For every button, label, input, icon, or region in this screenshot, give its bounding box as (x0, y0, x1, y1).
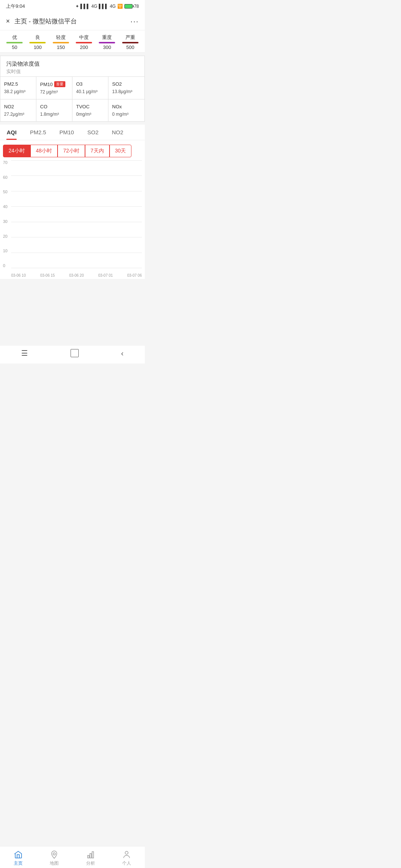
pollution-value: 38.2 μg/m³ (4, 89, 32, 94)
status-bar: 上午9:04 ✦ ▌▌▌ 4G ▌▌▌ 4G 🛜 78 (0, 0, 145, 13)
aqi-legend-bar (122, 42, 138, 43)
battery-percent: 78 (134, 4, 139, 9)
primary-badge: 首要 (54, 81, 65, 87)
page-title: 主页 - 微型站微信平台 (14, 17, 77, 26)
time-filter-btn[interactable]: 72小时 (58, 145, 85, 157)
chart-tab-aqi[interactable]: AQI (0, 125, 23, 140)
pollution-cell[interactable]: CO 1.8mg/m³ (36, 99, 72, 121)
aqi-legend-value: 50 (12, 45, 17, 50)
chart-y-label: 60 (3, 175, 11, 180)
wifi-icon: 🛜 (117, 4, 123, 9)
chart-x-label: 03-07 06 (127, 273, 142, 277)
chart-x-labels: 03-06 1003-06 1503-06 2003-07 0103-07 06 (11, 273, 142, 277)
chart-section: AQIPM2.5PM10SO2NO2 24小时48小时72小时7天内30天 70… (0, 125, 145, 279)
aqi-legend: 优 50 良 100 轻度 150 中度 200 重度 300 严重 500 (0, 30, 145, 53)
aqi-legend-value: 150 (57, 45, 65, 50)
time-filter-btn[interactable]: 48小时 (30, 145, 58, 157)
home-button[interactable] (71, 349, 79, 357)
pollution-name: TVOC (76, 104, 104, 109)
aqi-legend-item: 严重 500 (122, 34, 138, 50)
aqi-legend-item: 良 100 (29, 34, 46, 50)
aqi-legend-bar (99, 42, 115, 43)
aqi-legend-item: 轻度 150 (53, 34, 69, 50)
pollution-value: 0 mg/m³ (112, 112, 141, 117)
chart-tab-no2[interactable]: NO2 (105, 125, 130, 140)
pollution-cell[interactable]: PM10首要 72 μg/m³ (36, 77, 72, 99)
aqi-legend-item: 重度 300 (99, 34, 115, 50)
pollution-value: 0mg/m³ (76, 112, 104, 117)
chart-tabs: AQIPM2.5PM10SO2NO2 (0, 125, 145, 140)
aqi-legend-bar (53, 42, 69, 43)
chart-x-label: 03-06 10 (11, 273, 26, 277)
chart-y-labels: 706050403020100 (3, 160, 11, 268)
pollution-value: 72 μg/m³ (40, 89, 68, 95)
network2-label: 4G (110, 4, 116, 9)
aqi-legend-value: 300 (103, 45, 111, 50)
aqi-legend-label: 轻度 (56, 34, 66, 41)
chart-tab-pm10[interactable]: PM10 (53, 125, 81, 140)
pollution-subtitle: 实时值 (6, 68, 138, 75)
chart-x-label: 03-06 15 (40, 273, 55, 277)
chart-x-label: 03-07 01 (98, 273, 113, 277)
aqi-legend-item: 优 50 (6, 34, 23, 50)
pollution-grid: PM2.5 38.2 μg/m³ PM10首要 72 μg/m³ O3 40.1… (0, 76, 144, 121)
aqi-legend-item: 中度 200 (76, 34, 92, 50)
close-button[interactable]: × (6, 17, 10, 25)
pollution-section: 污染物浓度值 实时值 PM2.5 38.2 μg/m³ PM10首要 72 μg… (0, 56, 145, 122)
aqi-legend-label: 重度 (102, 34, 112, 41)
aqi-legend-label: 优 (12, 34, 17, 41)
chart-y-label: 20 (3, 234, 11, 239)
chart-tab-pm2.5[interactable]: PM2.5 (23, 125, 53, 140)
time-filter-btn[interactable]: 7天内 (85, 145, 110, 157)
aqi-legend-value: 200 (80, 45, 88, 50)
aqi-legend-value: 100 (34, 45, 42, 50)
pollution-name: NO2 (4, 104, 32, 109)
pollution-cell[interactable]: SO2 13.8μg/m³ (108, 77, 144, 99)
pollution-cell[interactable]: PM2.5 38.2 μg/m³ (0, 77, 36, 99)
chart-y-label: 0 (3, 263, 11, 268)
network-label: 4G (91, 4, 97, 9)
status-time: 上午9:04 (6, 3, 25, 10)
pollution-name: CO (40, 104, 68, 109)
chart-bars (11, 160, 142, 268)
signal-icon: ▌▌▌ (81, 4, 90, 9)
pollution-cell[interactable]: NO2 27.2μg/m³ (0, 99, 36, 121)
chart-y-label: 10 (3, 249, 11, 253)
pollution-title: 污染物浓度值 (6, 60, 138, 68)
pollution-name: PM2.5 (4, 81, 32, 87)
pollution-cell[interactable]: NOx 0 mg/m³ (108, 99, 144, 121)
pollution-value: 13.8μg/m³ (112, 89, 141, 94)
menu-button[interactable]: ☰ (21, 349, 28, 358)
aqi-legend-label: 中度 (79, 34, 89, 41)
aqi-legend-label: 良 (35, 34, 40, 41)
chart-grid-line (11, 268, 142, 268)
more-button[interactable]: ··· (130, 17, 139, 26)
status-right: ✦ ▌▌▌ 4G ▌▌▌ 4G 🛜 78 (75, 4, 139, 9)
pollution-value: 40.1 μg/m³ (76, 89, 104, 94)
time-filter-btn[interactable]: 30天 (110, 145, 132, 157)
aqi-legend-bar (76, 42, 92, 43)
pollution-cell[interactable]: O3 40.1 μg/m³ (72, 77, 108, 99)
header: × 主页 - 微型站微信平台 ··· (0, 13, 145, 30)
aqi-legend-bar (29, 42, 46, 43)
pollution-name: SO2 (112, 81, 141, 87)
pollution-cell[interactable]: TVOC 0mg/m³ (72, 99, 108, 121)
battery-icon (124, 4, 133, 9)
pollution-value: 27.2μg/m³ (4, 112, 32, 117)
aqi-legend-bar (6, 42, 23, 43)
chart-tab-so2[interactable]: SO2 (81, 125, 105, 140)
header-left: × 主页 - 微型站微信平台 (6, 17, 77, 26)
time-filter-btn[interactable]: 24小时 (3, 145, 30, 157)
chart-y-label: 50 (3, 190, 11, 194)
pollution-header: 污染物浓度值 实时值 (0, 56, 144, 76)
chart-container: 706050403020100 03-06 1003-06 1503-06 20… (0, 157, 145, 279)
time-filter: 24小时48小时72小时7天内30天 (3, 140, 142, 157)
back-button[interactable]: ‹ (121, 349, 124, 358)
chart-y-label: 40 (3, 204, 11, 209)
aqi-legend-value: 500 (126, 45, 134, 50)
signal2-icon: ▌▌▌ (99, 4, 108, 9)
bluetooth-icon: ✦ (75, 4, 79, 9)
chart-x-label: 03-06 20 (69, 273, 84, 277)
chart-y-label: 30 (3, 219, 11, 224)
chart-y-label: 70 (3, 160, 11, 165)
